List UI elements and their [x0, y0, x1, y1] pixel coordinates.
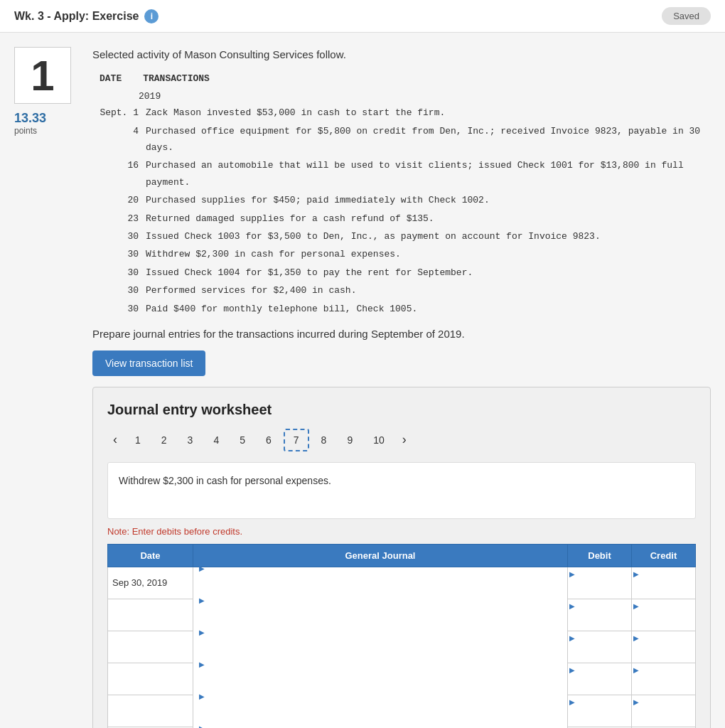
transaction-item: 20Purchased supplies for $450; paid imme… [100, 192, 711, 208]
transaction-item: 16Purchased an automobile that will be u… [100, 157, 711, 191]
transactions-block: DATE TRANSACTIONS 2019 Sept. 1Zack Mason… [100, 70, 711, 317]
next-page-button[interactable]: › [397, 429, 412, 450]
points-value: 13.33 [14, 111, 78, 126]
points-label: points [14, 126, 78, 136]
table-cell-debit-2[interactable]: ▶ [568, 631, 632, 663]
journal-table: Date General Journal Debit Credit Sep 30… [107, 544, 696, 728]
table-cell-credit-0[interactable]: ▶ [632, 567, 696, 599]
credit-input-4[interactable] [632, 707, 695, 727]
transaction-item: 30Issued Check 1004 for $1,350 to pay th… [100, 264, 711, 281]
transactions-header: DATE TRANSACTIONS [100, 70, 711, 87]
credit-arrow-icon: ▶ [633, 634, 639, 642]
page-button-2[interactable]: 2 [153, 429, 176, 451]
general-journal-input-2[interactable] [193, 637, 567, 668]
credit-input-1[interactable] [632, 611, 695, 631]
table-cell-credit-3[interactable]: ▶ [632, 663, 696, 695]
page-button-6[interactable]: 6 [257, 429, 280, 451]
debit-arrow-icon: ▶ [569, 602, 575, 610]
transactions-list: Sept. 1Zack Mason invested $53,000 in ca… [100, 105, 711, 317]
transaction-item: 30Withdrew $2,300 in cash for personal e… [100, 246, 711, 262]
transaction-text: Paid $400 for monthly telephone bill, Ch… [146, 301, 711, 317]
side-panel: 1 13.33 points [14, 47, 78, 728]
transaction-date: 23 [100, 210, 139, 227]
worksheet-title: Journal entry worksheet [107, 402, 696, 418]
question-number-box: 1 [14, 47, 71, 104]
transaction-date: 30 [100, 228, 139, 245]
transaction-item: Sept. 1Zack Mason invested $53,000 in ca… [100, 105, 711, 121]
general-journal-input-4[interactable] [193, 701, 567, 728]
credit-arrow-icon: ▶ [633, 666, 639, 674]
row-arrow-icon: ▶ [196, 692, 205, 700]
table-cell-debit-1[interactable]: ▶ [568, 599, 632, 631]
page-title: Wk. 3 - Apply: Exercise [14, 10, 139, 23]
table-cell-debit-4[interactable]: ▶ [568, 695, 632, 727]
page-button-8[interactable]: 8 [313, 429, 335, 451]
transaction-item: 23Returned damaged supplies for a cash r… [100, 210, 711, 227]
row-arrow-icon: ▶ [196, 660, 205, 668]
row-arrow-icon: ▶ [196, 564, 205, 572]
table-cell-credit-2[interactable]: ▶ [632, 631, 696, 663]
table-cell-credit-4[interactable]: ▶ [632, 695, 696, 727]
credit-arrow-icon: ▶ [633, 570, 639, 578]
page-button-4[interactable]: 4 [205, 429, 227, 451]
question-content: Selected activity of Mason Consulting Se… [92, 47, 711, 728]
prepare-text: Prepare journal entries for the transact… [92, 328, 711, 340]
page-button-3[interactable]: 3 [179, 429, 202, 451]
table-cell-date-4 [108, 695, 193, 727]
debit-input-3[interactable] [568, 675, 631, 695]
transaction-text: Performed services for $2,400 in cash. [146, 282, 711, 299]
date-header: DATE [100, 70, 122, 87]
debit-input-0[interactable] [568, 579, 631, 599]
transaction-date: 4 [100, 123, 139, 156]
main-content: 1 13.33 points Selected activity of Maso… [0, 33, 725, 728]
page-buttons: 12345678910 [127, 429, 393, 451]
credit-input-2[interactable] [632, 643, 695, 663]
transaction-text: Purchased supplies for $450; paid immedi… [146, 192, 711, 208]
table-cell-credit-1[interactable]: ▶ [632, 599, 696, 631]
table-cell-debit-0[interactable]: ▶ [568, 567, 632, 599]
view-transaction-button[interactable]: View transaction list [92, 350, 205, 376]
table-cell-debit-3[interactable]: ▶ [568, 663, 632, 695]
transaction-text: Purchased office equipment for $5,800 on… [146, 123, 711, 156]
top-bar-left: Wk. 3 - Apply: Exercise i [14, 9, 159, 23]
page-button-9[interactable]: 9 [338, 429, 361, 451]
prev-page-button[interactable]: ‹ [107, 429, 123, 450]
debit-input-4[interactable] [568, 707, 631, 727]
debit-input-1[interactable] [568, 611, 631, 631]
transaction-text: Issued Check 1004 for $1,350 to pay the … [146, 264, 711, 281]
general-journal-input-1[interactable] [193, 605, 567, 636]
pagination: ‹ 12345678910 › [107, 429, 696, 451]
question-intro: Selected activity of Mason Consulting Se… [92, 47, 711, 63]
transaction-date: 30 [100, 246, 139, 262]
debit-arrow-icon: ▶ [569, 698, 575, 706]
transaction-item: 30Issued Check 1003 for $3,500 to Den, I… [100, 228, 711, 245]
general-journal-input-0[interactable] [193, 573, 567, 604]
table-cell-date-0: Sep 30, 2019 [108, 567, 193, 599]
page-button-7[interactable]: 7 [284, 429, 309, 451]
page-button-1[interactable]: 1 [127, 429, 149, 451]
saved-badge: Saved [662, 7, 711, 25]
col-debit: Debit [568, 544, 632, 567]
table-cell-date-2 [108, 631, 193, 663]
top-bar: Wk. 3 - Apply: Exercise i Saved [0, 0, 725, 33]
transaction-text: Purchased an automobile that will be use… [146, 157, 711, 191]
row-arrow-icon: ▶ [196, 596, 205, 604]
credit-input-0[interactable] [632, 579, 695, 599]
col-general-journal: General Journal [193, 544, 568, 567]
credit-input-3[interactable] [632, 675, 695, 695]
table-cell-general-journal-0[interactable]: ▶ [193, 567, 568, 599]
journal-table-body: Sep 30, 2019▶▶▶▶▶▶▶▶▶▶▶▶▶▶▶▶▶▶▶▶▶ [108, 567, 696, 728]
transaction-item: 30Performed services for $2,400 in cash. [100, 282, 711, 299]
general-journal-input-3[interactable] [193, 669, 567, 700]
transaction-date: 30 [100, 264, 139, 281]
question-number: 1 [31, 51, 54, 100]
transaction-text: Zack Mason invested $53,000 in cash to s… [146, 105, 711, 121]
credit-arrow-icon: ▶ [633, 602, 639, 610]
page-button-5[interactable]: 5 [231, 429, 254, 451]
table-cell-date-1 [108, 599, 193, 631]
page-button-10[interactable]: 10 [365, 429, 393, 451]
debit-arrow-icon: ▶ [569, 570, 575, 578]
debit-input-2[interactable] [568, 643, 631, 663]
row-arrow-icon: ▶ [196, 628, 205, 636]
info-icon[interactable]: i [144, 9, 159, 23]
